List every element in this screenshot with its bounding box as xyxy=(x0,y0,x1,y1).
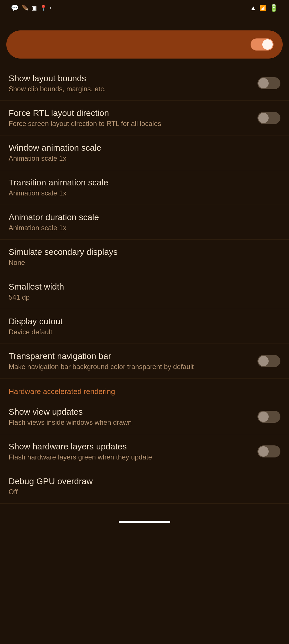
setting-item-window-animation-scale[interactable]: Window animation scale Animation scale 1… xyxy=(0,135,289,170)
setting-title-smallest-width: Smallest width xyxy=(9,282,275,292)
toggle-thumb xyxy=(258,356,269,366)
setting-text-show-view-updates: Show view updates Flash views inside win… xyxy=(9,407,257,426)
setting-text-smallest-width: Smallest width 541 dp xyxy=(9,282,280,301)
setting-item-display-cutout[interactable]: Display cutout Device default xyxy=(0,309,289,344)
setting-title-display-cutout: Display cutout xyxy=(9,317,275,326)
setting-title-window-animation-scale: Window animation scale xyxy=(9,143,275,153)
setting-text-window-animation-scale: Window animation scale Animation scale 1… xyxy=(9,143,280,162)
setting-subtitle-show-view-updates: Flash views inside windows when drawn xyxy=(9,418,252,426)
location-icon: 📍 xyxy=(40,5,47,11)
signal-icon: 📶 xyxy=(259,5,267,11)
setting-subtitle-window-animation-scale: Animation scale 1x xyxy=(9,154,275,162)
setting-item-show-hardware-layers-updates[interactable]: Show hardware layers updates Flash hardw… xyxy=(0,434,289,469)
status-left: 💬 🪶 ▣ 📍 • xyxy=(8,4,52,12)
setting-text-show-hardware-layers-updates: Show hardware layers updates Flash hardw… xyxy=(9,442,257,461)
toggle-thumb xyxy=(258,412,269,422)
setting-item-smallest-width[interactable]: Smallest width 541 dp xyxy=(0,274,289,309)
setting-subtitle-force-rtl: Force screen layout direction to RTL for… xyxy=(9,120,252,128)
section-header-text-hardware-accelerated-rendering: Hardware accelerated rendering xyxy=(9,387,115,396)
dot-icon: • xyxy=(50,5,52,11)
setting-title-simulate-secondary-displays: Simulate secondary displays xyxy=(9,247,275,257)
toggle[interactable] xyxy=(257,411,280,423)
toggle-thumb xyxy=(258,113,269,123)
setting-subtitle-display-cutout: Device default xyxy=(9,328,275,336)
status-bar: 💬 🪶 ▣ 📍 • ▲ 📶 🔋 xyxy=(0,0,289,15)
setting-item-show-layout-bounds[interactable]: Show layout bounds Show clip bounds, mar… xyxy=(0,66,289,101)
setting-subtitle-debug-gpu-overdraw: Off xyxy=(9,488,275,496)
setting-item-show-view-updates[interactable]: Show view updates Flash views inside win… xyxy=(0,399,289,434)
setting-subtitle-simulate-secondary-displays: None xyxy=(9,259,275,267)
section-header-hardware-accelerated-rendering: Hardware accelerated rendering xyxy=(0,379,289,399)
sections-list: Hardware accelerated rendering Show view… xyxy=(0,379,289,504)
setting-title-show-view-updates: Show view updates xyxy=(9,407,252,417)
notification-icon-2: ▣ xyxy=(32,5,37,11)
setting-item-transparent-nav-bar[interactable]: Transparent navigation bar Make navigati… xyxy=(0,344,289,379)
setting-text-show-layout-bounds: Show layout bounds Show clip bounds, mar… xyxy=(9,73,257,93)
wifi-icon: ▲ xyxy=(250,4,257,12)
setting-item-animator-duration-scale[interactable]: Animator duration scale Animation scale … xyxy=(0,205,289,240)
whatsapp-icon: 💬 xyxy=(11,4,19,12)
setting-title-animator-duration-scale: Animator duration scale xyxy=(9,212,275,222)
setting-title-transparent-nav-bar: Transparent navigation bar xyxy=(9,351,252,361)
setting-title-show-hardware-layers-updates: Show hardware layers updates xyxy=(9,442,252,451)
setting-text-transparent-nav-bar: Transparent navigation bar Make navigati… xyxy=(9,351,257,371)
dev-options-banner[interactable] xyxy=(6,30,283,59)
setting-text-force-rtl: Force RTL layout direction Force screen … xyxy=(9,108,257,128)
setting-title-show-layout-bounds: Show layout bounds xyxy=(9,73,252,83)
toggle-thumb xyxy=(258,78,269,88)
setting-subtitle-transparent-nav-bar: Make navigation bar background color tra… xyxy=(9,363,252,371)
toggle[interactable] xyxy=(257,445,280,457)
setting-item-transition-animation-scale[interactable]: Transition animation scale Animation sca… xyxy=(0,170,289,205)
setting-item-simulate-secondary-displays[interactable]: Simulate secondary displays None xyxy=(0,240,289,274)
setting-subtitle-show-hardware-layers-updates: Flash hardware layers green when they up… xyxy=(9,453,252,461)
toggle[interactable] xyxy=(257,77,280,89)
setting-subtitle-animator-duration-scale: Animation scale 1x xyxy=(9,224,275,232)
setting-item-force-rtl[interactable]: Force RTL layout direction Force screen … xyxy=(0,101,289,135)
toggle-thumb xyxy=(262,39,273,50)
settings-list: Show layout bounds Show clip bounds, mar… xyxy=(0,66,289,379)
battery-icon: 🔋 xyxy=(270,4,278,12)
setting-title-debug-gpu-overdraw: Debug GPU overdraw xyxy=(9,476,275,486)
bottom-nav-indicator xyxy=(119,521,170,523)
toggle[interactable] xyxy=(257,112,280,124)
setting-text-display-cutout: Display cutout Device default xyxy=(9,317,280,336)
setting-subtitle-transition-animation-scale: Animation scale 1x xyxy=(9,189,275,197)
toggle[interactable] xyxy=(257,355,280,367)
setting-text-animator-duration-scale: Animator duration scale Animation scale … xyxy=(9,212,280,232)
dev-options-toggle[interactable] xyxy=(251,38,274,51)
setting-title-force-rtl: Force RTL layout direction xyxy=(9,108,252,118)
setting-subtitle-show-layout-bounds: Show clip bounds, margins, etc. xyxy=(9,85,252,93)
notification-icon-1: 🪶 xyxy=(22,5,29,11)
top-bar xyxy=(0,15,289,25)
setting-text-debug-gpu-overdraw: Debug GPU overdraw Off xyxy=(9,476,280,496)
setting-text-simulate-secondary-displays: Simulate secondary displays None xyxy=(9,247,280,267)
setting-item-debug-gpu-overdraw[interactable]: Debug GPU overdraw Off xyxy=(0,469,289,504)
toggle-thumb xyxy=(258,446,269,457)
setting-title-transition-animation-scale: Transition animation scale xyxy=(9,178,275,187)
status-right: ▲ 📶 🔋 xyxy=(250,4,281,12)
setting-subtitle-smallest-width: 541 dp xyxy=(9,293,275,301)
setting-text-transition-animation-scale: Transition animation scale Animation sca… xyxy=(9,178,280,197)
content: Show layout bounds Show clip bounds, mar… xyxy=(0,30,289,515)
